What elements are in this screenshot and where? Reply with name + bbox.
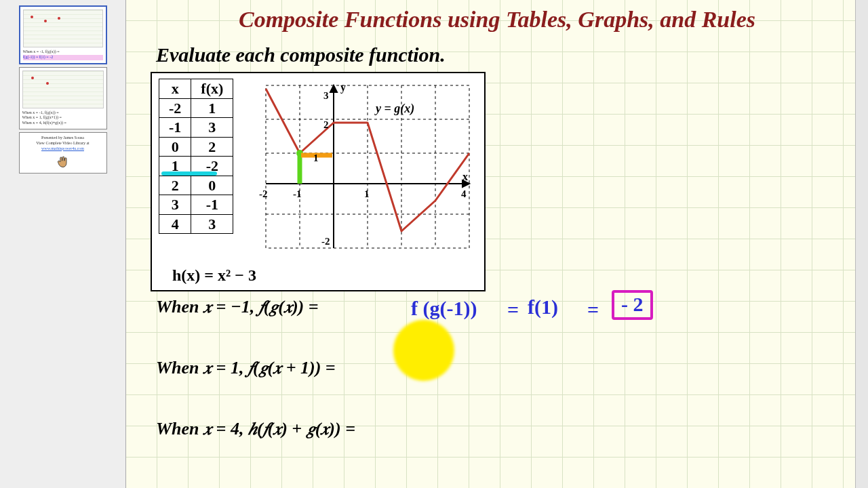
cell: 3: [191, 214, 233, 234]
y-axis-label: y: [340, 81, 346, 94]
reference-box: xf(x) -21 -13 02 1-2 20 3-1 43 h(x) = x²…: [151, 72, 486, 291]
hand-cursor-icon: [56, 155, 70, 169]
graph-curve-label: y = g(x): [374, 102, 414, 116]
vertical-scrollbar[interactable]: [855, 0, 868, 488]
problem-3-stem: When 𝑥 = 4, ℎ(𝑓(𝑥) + 𝑔(𝑥)) =: [156, 419, 355, 488]
svg-text:-1: -1: [293, 188, 302, 199]
slide-thumbnail-panel: When x = -1, f(g(x)) = f(g(-1)) = f(1) =…: [0, 0, 126, 488]
cell: 4: [159, 214, 191, 234]
work-answer-box: - 2: [612, 290, 653, 320]
th-x: x: [159, 79, 191, 99]
thumb2-line3: When x = 4, h(f(x)+g(x)) =: [22, 121, 104, 126]
x-axis-label: x: [462, 171, 468, 182]
thumb1-line1: When x = -1, f(g(x)) =: [23, 49, 103, 55]
thumb3-caption: View Complete Video Library at: [22, 141, 104, 146]
work-eq2: =: [587, 300, 599, 320]
work-step-b: f(1): [528, 297, 558, 317]
thumbnail-slide-1[interactable]: When x = -1, f(g(x)) = f(g(-1)) = f(1) =…: [19, 5, 107, 64]
svg-text:2: 2: [323, 119, 329, 130]
function-table: xf(x) -21 -13 02 1-2 20 3-1 43: [159, 79, 233, 234]
thumb1-line2: f(g(-1)) = f(1) = -2: [23, 55, 103, 60]
thumb3-link: www.mathispower4u.com: [22, 146, 104, 152]
thumb2-line1: When x = -1, f(g(x)) =: [22, 110, 104, 116]
page-title: Composite Functions using Tables, Graphs…: [126, 7, 868, 33]
work-eq1: =: [507, 300, 519, 320]
cell: -1: [159, 118, 191, 138]
cell: 0: [159, 137, 191, 157]
svg-text:-2: -2: [259, 188, 268, 199]
thumbnail-preview: [23, 9, 103, 47]
cell: 1: [191, 98, 233, 118]
page-subtitle: Evaluate each composite function.: [156, 43, 446, 66]
thumb3-author: Presented by James Sousa: [22, 136, 104, 141]
cell: 2: [159, 176, 191, 195]
cell: 3: [159, 195, 191, 215]
graph-gx: y x y = g(x) 3 2 1 -2 -2 -1 1 4: [259, 79, 476, 255]
svg-text:4: 4: [461, 188, 467, 199]
cell: 3: [191, 118, 233, 138]
thumb2-line2: When x = 1, f(g(x+1)) =: [22, 115, 104, 121]
highlighter-cursor: [393, 320, 454, 381]
svg-text:-2: -2: [321, 236, 330, 247]
cell: -1: [191, 195, 233, 215]
svg-text:1: 1: [313, 152, 319, 163]
app-root: When x = -1, f(g(x)) = f(g(-1)) = f(1) =…: [0, 0, 868, 488]
svg-marker-11: [330, 85, 337, 92]
th-fx: f(x): [191, 79, 233, 99]
svg-text:1: 1: [364, 188, 370, 199]
h-rule: h(x) = x² − 3: [172, 266, 256, 285]
thumbnail-slide-2[interactable]: When x = -1, f(g(x)) = When x = 1, f(g(x…: [19, 67, 107, 129]
thumbnail-slide-3[interactable]: Presented by James Sousa View Complete V…: [19, 132, 107, 174]
work-step-a: f (g(-1)): [411, 298, 477, 319]
svg-text:3: 3: [323, 90, 329, 101]
thumbnail-preview: [22, 70, 104, 108]
cell: -2: [159, 98, 191, 118]
cell: 2: [191, 137, 233, 157]
table-row-highlight: [161, 171, 217, 176]
cell: 0: [191, 176, 233, 195]
main-slide: Composite Functions using Tables, Graphs…: [126, 0, 868, 488]
